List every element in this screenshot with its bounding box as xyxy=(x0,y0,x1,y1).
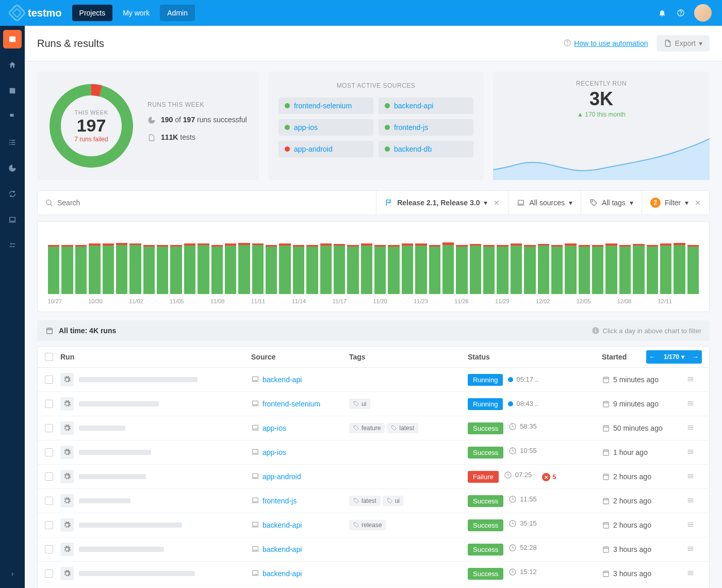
chart-bar[interactable] xyxy=(75,245,87,294)
runs-bar-chart[interactable]: 10/2710/3011/0211/0511/0811/1111/1411/17… xyxy=(37,221,710,312)
table-row[interactable]: backend-api Success 15:12 3 hours ago xyxy=(38,562,709,586)
chart-bar[interactable] xyxy=(619,245,631,294)
chart-bar[interactable] xyxy=(211,245,223,294)
chart-bar[interactable] xyxy=(442,242,454,294)
chart-bar[interactable] xyxy=(320,243,332,294)
chart-bar[interactable] xyxy=(48,245,59,294)
chart-bar[interactable] xyxy=(61,245,73,294)
row-checkbox[interactable] xyxy=(45,375,53,384)
source-link[interactable]: backend-api xyxy=(394,102,433,110)
chart-bar[interactable] xyxy=(143,245,155,294)
chart-bar[interactable] xyxy=(579,245,590,294)
chart-bar[interactable] xyxy=(306,245,318,294)
sidebar-item-laptop[interactable] xyxy=(3,210,22,229)
row-gear-button[interactable] xyxy=(60,397,74,411)
chart-bar[interactable] xyxy=(415,243,426,294)
chart-bar[interactable] xyxy=(374,245,386,294)
row-checkbox[interactable] xyxy=(45,424,53,432)
sidebar-collapse[interactable]: › xyxy=(3,564,22,583)
source-link[interactable]: frontend-selenium xyxy=(251,399,349,409)
source-link[interactable]: backend-api xyxy=(251,569,349,579)
table-row[interactable]: frontend-selenium ui Running 08:43 .. 9 … xyxy=(38,392,709,416)
filter-sources[interactable]: All sources ▾ xyxy=(508,191,580,215)
nav-admin[interactable]: Admin xyxy=(160,5,195,21)
chart-bar[interactable] xyxy=(238,243,250,294)
chart-bar[interactable] xyxy=(429,245,440,294)
clear-icon[interactable]: ✕ xyxy=(494,199,500,207)
chart-bar[interactable] xyxy=(551,245,563,294)
row-menu-button[interactable] xyxy=(686,496,702,506)
row-gear-button[interactable] xyxy=(60,543,74,556)
source-link[interactable]: backend-db xyxy=(394,145,432,153)
export-button[interactable]: Export ▾ xyxy=(657,35,710,52)
row-menu-button[interactable] xyxy=(686,423,702,433)
chart-bar[interactable] xyxy=(347,245,358,294)
sidebar-item-book[interactable] xyxy=(3,81,22,100)
row-checkbox[interactable] xyxy=(45,521,53,529)
row-checkbox[interactable] xyxy=(45,472,53,481)
sidebar-item-sync[interactable] xyxy=(3,185,22,203)
source-link[interactable]: backend-api xyxy=(251,520,349,530)
source-link[interactable]: app-ios xyxy=(294,123,318,132)
row-checkbox[interactable] xyxy=(45,497,53,505)
chart-bar[interactable] xyxy=(660,243,671,294)
chart-bar[interactable] xyxy=(592,245,603,294)
table-row[interactable]: app-ios Success 10:55 1 hour ago xyxy=(38,440,709,465)
source-link[interactable]: frontend-js xyxy=(251,496,349,506)
row-menu-button[interactable] xyxy=(686,569,702,579)
filter-button[interactable]: 2 Filter ▾ ✕ xyxy=(642,191,709,215)
help-icon[interactable] xyxy=(671,4,690,22)
row-menu-button[interactable] xyxy=(686,375,702,385)
source-pill[interactable]: backend-api xyxy=(379,97,473,114)
chart-bar[interactable] xyxy=(687,245,699,294)
chart-bar[interactable] xyxy=(538,244,549,294)
avatar[interactable] xyxy=(694,4,712,22)
pager-page[interactable]: 1/170 ▾ xyxy=(660,350,688,364)
chart-bar[interactable] xyxy=(565,243,576,294)
row-menu-button[interactable] xyxy=(686,520,702,530)
tag-pill[interactable]: latest xyxy=(387,423,418,433)
chart-bar[interactable] xyxy=(470,244,481,294)
row-gear-button[interactable] xyxy=(60,470,74,483)
table-row[interactable]: backend-api Success 52:28 3 hours ago xyxy=(38,537,709,562)
tag-pill[interactable]: feature xyxy=(349,423,385,433)
sidebar-item-list[interactable] xyxy=(3,133,22,152)
table-row[interactable]: app-ios latest Success 23:32 4 hours ago xyxy=(38,586,709,588)
nav-mywork[interactable]: My work xyxy=(116,5,157,21)
table-row[interactable]: backend-api Running 05:17 .. 5 minutes a… xyxy=(38,368,709,392)
source-link[interactable]: frontend-js xyxy=(394,123,428,132)
source-pill[interactable]: frontend-selenium xyxy=(278,97,373,114)
col-source[interactable]: Source xyxy=(251,353,349,361)
tag-pill[interactable]: release xyxy=(349,520,386,530)
chart-bar[interactable] xyxy=(266,245,277,294)
clear-icon[interactable]: ✕ xyxy=(695,199,701,207)
table-row[interactable]: app-android Failure 07:25✕5 2 hours ago xyxy=(38,465,709,489)
row-menu-button[interactable] xyxy=(686,472,702,482)
chart-bar[interactable] xyxy=(402,243,413,294)
row-menu-button[interactable] xyxy=(686,399,702,409)
table-row[interactable]: frontend-js latest ui Success 11:55 2 ho… xyxy=(38,489,709,513)
table-row[interactable]: app-ios feature latest Success 58:35 50 … xyxy=(38,416,709,440)
tag-pill[interactable]: ui xyxy=(383,496,404,506)
chart-bar[interactable] xyxy=(157,245,168,294)
chart-bar[interactable] xyxy=(170,245,182,294)
chart-bar[interactable] xyxy=(198,243,209,294)
col-status[interactable]: Status xyxy=(468,353,602,361)
col-tags[interactable]: Tags xyxy=(349,353,468,361)
source-link[interactable]: backend-api xyxy=(251,375,349,385)
row-gear-button[interactable] xyxy=(60,373,74,386)
row-menu-button[interactable] xyxy=(686,448,702,458)
row-checkbox[interactable] xyxy=(45,448,53,456)
chart-bar[interactable] xyxy=(129,243,141,294)
chart-bar[interactable] xyxy=(334,244,345,294)
pager-next[interactable]: → xyxy=(690,350,702,364)
chart-bar[interactable] xyxy=(388,245,399,294)
row-menu-button[interactable] xyxy=(686,545,702,554)
chart-bar[interactable] xyxy=(225,243,236,294)
source-link[interactable]: backend-api xyxy=(251,545,349,554)
row-gear-button[interactable] xyxy=(60,446,74,459)
tag-pill[interactable]: latest xyxy=(349,496,381,506)
bell-icon[interactable] xyxy=(653,4,671,22)
chart-bar[interactable] xyxy=(456,245,467,294)
chart-bar[interactable] xyxy=(633,244,644,294)
